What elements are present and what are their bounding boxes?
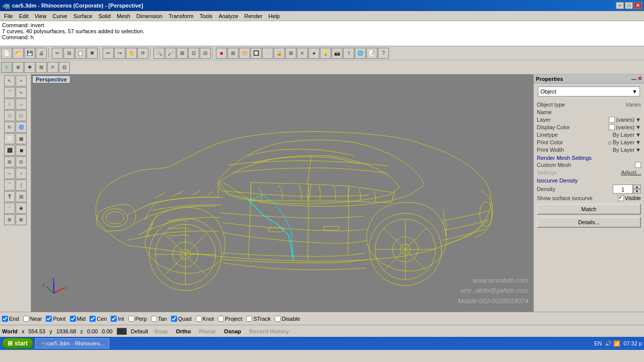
lt-mesh2[interactable]: ⊟ bbox=[16, 156, 27, 167]
tb-copy2[interactable]: ⊞ bbox=[36, 62, 47, 73]
object-type-dropdown[interactable]: Object ▼ bbox=[538, 86, 640, 97]
tb-move[interactable]: ✚ bbox=[24, 62, 35, 73]
tb-rotate3d[interactable]: ⟳ bbox=[137, 48, 148, 59]
lt-spiral[interactable]: 🌀 bbox=[16, 122, 27, 133]
lt-named[interactable]: ⊠ bbox=[16, 214, 27, 225]
menu-transform[interactable]: Transform bbox=[166, 12, 197, 20]
osnap-strack-checkbox[interactable] bbox=[246, 316, 252, 322]
viewport[interactable]: Perspective bbox=[31, 74, 533, 312]
details-button[interactable]: Details... bbox=[537, 217, 641, 228]
tb-save[interactable]: 💾 bbox=[24, 48, 35, 59]
lt-select-dot[interactable]: • bbox=[16, 75, 27, 86]
tb-align[interactable]: ≡ bbox=[47, 62, 58, 73]
osnap-project-checkbox[interactable] bbox=[218, 316, 224, 322]
show-isocurve-checkbox[interactable]: ✓ bbox=[618, 195, 624, 201]
menu-view[interactable]: View bbox=[32, 12, 50, 20]
lt-curve4[interactable]: ∫ bbox=[16, 179, 27, 191]
lt-mesh1[interactable]: ⊞ bbox=[4, 156, 15, 167]
osnap-knot-checkbox[interactable] bbox=[196, 316, 202, 322]
match-button[interactable]: Match bbox=[537, 204, 641, 215]
osnap-quad-checkbox[interactable] bbox=[171, 316, 177, 322]
custom-mesh-checkbox[interactable] bbox=[635, 162, 641, 168]
taskbar-app-rhinoceros[interactable]: 🦏 car5.3dm - Rhinocero... bbox=[35, 338, 109, 348]
lt-curve2[interactable]: ∿ bbox=[16, 87, 27, 98]
osnap-cen-checkbox[interactable] bbox=[90, 316, 96, 322]
lt-curve1[interactable]: ⌒ bbox=[4, 87, 15, 98]
linetype-dropdown-icon[interactable]: ▼ bbox=[635, 132, 641, 138]
layer-dropdown-icon[interactable]: ▼ bbox=[635, 117, 641, 123]
tb-point[interactable]: · bbox=[262, 48, 273, 59]
tb-help[interactable]: ? bbox=[378, 48, 389, 59]
menu-dimension[interactable]: Dimension bbox=[133, 12, 166, 20]
tb-undo[interactable]: ↩ bbox=[103, 48, 114, 59]
tb-zoom-out[interactable]: 🔎 bbox=[165, 48, 176, 59]
density-down-button[interactable]: ▼ bbox=[633, 189, 641, 194]
tb-named-views[interactable]: ⊞ bbox=[285, 48, 296, 59]
lt-arc[interactable]: ⌓ bbox=[16, 99, 27, 110]
lt-rotate[interactable]: ↻ bbox=[4, 122, 15, 133]
display-color-dropdown-icon[interactable]: ▼ bbox=[635, 124, 641, 130]
osnap-tan-checkbox[interactable] bbox=[151, 316, 157, 322]
tb-zoom-extent[interactable]: ⊟ bbox=[200, 48, 211, 59]
menu-render[interactable]: Render bbox=[242, 12, 266, 20]
lt-solid2[interactable]: ◼ bbox=[16, 145, 27, 156]
lt-surface2[interactable]: ▦ bbox=[16, 133, 27, 144]
tb-group[interactable]: ⊟ bbox=[59, 62, 70, 73]
lt-block[interactable]: ⊞ bbox=[4, 214, 15, 225]
tb-pan[interactable]: ✋ bbox=[126, 48, 137, 59]
lt-circle[interactable]: ○ bbox=[4, 99, 15, 110]
tb-delete[interactable]: ✖ bbox=[87, 48, 98, 59]
planar-button[interactable]: Planar bbox=[197, 328, 218, 335]
lt-curve3[interactable]: ⌒ bbox=[4, 179, 15, 191]
tb-light[interactable]: 💡 bbox=[320, 48, 331, 59]
print-width-dropdown-icon[interactable]: ▼ bbox=[635, 147, 641, 153]
menu-tools[interactable]: Tools bbox=[197, 12, 216, 20]
lt-dot[interactable]: ◉ bbox=[16, 203, 27, 214]
layer-checkbox[interactable] bbox=[609, 117, 615, 123]
lt-dim2[interactable]: ↕ bbox=[16, 168, 27, 179]
lt-surface1[interactable]: ⬜ bbox=[4, 133, 15, 144]
ortho-button[interactable]: Ortho bbox=[174, 328, 193, 335]
tb-zoom-all[interactable]: ⊞ bbox=[177, 48, 188, 59]
adjust-button[interactable]: Adjust... bbox=[621, 169, 641, 175]
menu-help[interactable]: Help bbox=[266, 12, 283, 20]
display-color-checkbox[interactable] bbox=[609, 124, 615, 130]
tb-ground[interactable]: ⌇ bbox=[343, 48, 354, 59]
osnap-mid-checkbox[interactable] bbox=[70, 316, 76, 322]
osnap-point-checkbox[interactable] bbox=[46, 316, 52, 322]
tb-wire[interactable]: ⊞ bbox=[227, 48, 238, 59]
lt-hatch[interactable]: ▤ bbox=[16, 191, 27, 202]
lt-select-arrow[interactable]: ↖ bbox=[4, 75, 15, 86]
tb-transform[interactable]: ⊕ bbox=[13, 62, 24, 73]
tb-snap[interactable]: 🔲 bbox=[251, 48, 262, 59]
tb-redo[interactable]: ↪ bbox=[114, 48, 125, 59]
tb-material[interactable]: ● bbox=[308, 48, 319, 59]
tb-zoom-in[interactable]: 🔍 bbox=[153, 48, 165, 59]
tb-paste[interactable]: 📋 bbox=[75, 48, 86, 59]
osnap-near-checkbox[interactable] bbox=[23, 316, 29, 322]
close-button[interactable]: ✕ bbox=[634, 2, 642, 9]
menu-surface[interactable]: Surface bbox=[70, 12, 96, 20]
lt-polygon[interactable]: ⬡ bbox=[16, 110, 27, 121]
tb-obj-props[interactable]: 📝 bbox=[366, 48, 377, 59]
density-value[interactable]: 1 bbox=[613, 185, 633, 194]
lt-solid1[interactable]: ⬛ bbox=[4, 145, 15, 156]
tb-shaded[interactable]: ■ bbox=[216, 48, 227, 59]
density-up-button[interactable]: ▲ bbox=[633, 185, 641, 189]
lt-text[interactable]: T bbox=[4, 191, 15, 202]
tb-open[interactable]: 📂 bbox=[13, 48, 24, 59]
maximize-button[interactable]: □ bbox=[625, 2, 633, 9]
osnap-disable-checkbox[interactable] bbox=[275, 316, 281, 322]
snap-button[interactable]: Snap bbox=[152, 328, 170, 335]
lt-leader[interactable]: ⁻ bbox=[4, 203, 15, 214]
osnap-end-checkbox[interactable] bbox=[2, 316, 8, 322]
tb-cut[interactable]: ✂ bbox=[52, 48, 63, 59]
tb-env[interactable]: 🌐 bbox=[355, 48, 366, 59]
osnap-button[interactable]: Osnap bbox=[222, 328, 243, 335]
osnap-perp-checkbox[interactable] bbox=[128, 316, 134, 322]
osnap-int-checkbox[interactable] bbox=[111, 316, 117, 322]
tb-new[interactable]: 📄 bbox=[1, 48, 12, 59]
record-history-button[interactable]: Record History bbox=[247, 328, 291, 335]
menu-analyze[interactable]: Analyze bbox=[215, 12, 241, 20]
start-button[interactable]: ⊞ start bbox=[2, 338, 33, 349]
